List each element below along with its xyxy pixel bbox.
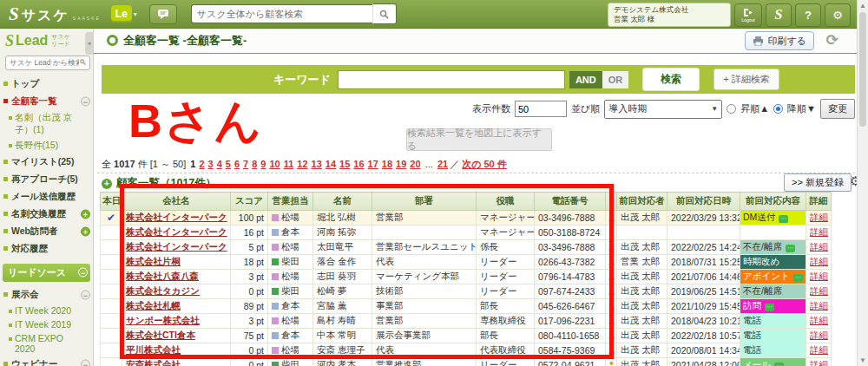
window-scrollbar[interactable]: ▲ ▼ (857, 0, 868, 366)
sidebar-item[interactable]: Web訪問者+ (0, 223, 93, 240)
page-link[interactable]: 6 (234, 159, 240, 169)
detail-link[interactable]: 詳細 (810, 285, 828, 296)
detail-link[interactable]: 詳細 (810, 212, 828, 222)
sidebar-item[interactable]: 名刺（出茂 京子）(1) (0, 110, 93, 138)
page-link[interactable]: 11 (284, 159, 294, 169)
sort-select[interactable]: 導入時期 ▼ (604, 100, 722, 119)
logout-button[interactable]: Logout (734, 3, 762, 27)
chat-button[interactable] (149, 4, 177, 24)
company-link[interactable]: サンポー株式会社 (126, 315, 200, 325)
descending-radio[interactable] (773, 104, 783, 114)
person-icon (608, 243, 615, 251)
next-page-link[interactable]: 次の 50 件 (462, 159, 507, 169)
sidebar-item[interactable]: IT Week 2020 (0, 304, 93, 317)
company-link[interactable]: 株式会社CTI倉本 (126, 330, 195, 340)
sidebar-item[interactable]: 名刺交換履歴+ (0, 206, 93, 223)
detail-link[interactable]: 詳細 (810, 315, 828, 325)
refresh-icon[interactable]: ⟳ (826, 31, 838, 49)
company-link[interactable]: 平川株式会社 (126, 344, 181, 355)
sidebar-item[interactable]: リードソース− (3, 264, 90, 282)
page-link[interactable]: 2 (199, 159, 204, 169)
advanced-search-button[interactable]: + 詳細検索 (713, 69, 779, 90)
company-link[interactable]: 株式会社八森八森 (126, 271, 199, 281)
page-size-input[interactable] (515, 101, 567, 117)
page-link[interactable]: 16 (353, 159, 364, 169)
sidebar-item[interactable]: 全顧客一覧− (0, 93, 93, 110)
sidebar-item[interactable]: CRM EXPO 2020 (0, 331, 93, 356)
rep-cell: 松場 (268, 240, 313, 255)
sidebar-item[interactable]: 対応履歴 (0, 240, 93, 258)
detail-link[interactable]: 詳細 (810, 344, 828, 355)
chevron-down-icon[interactable]: ▾ (134, 10, 137, 18)
company-link[interactable]: 株式会社インターパーク (126, 212, 227, 222)
keyword-input[interactable] (338, 70, 565, 89)
le-product-badge[interactable]: Le (111, 5, 132, 23)
settings-button[interactable]: ⚙ (825, 3, 851, 27)
company-link[interactable]: 株式会社札幌 (126, 300, 181, 310)
page-link[interactable]: 8 (252, 159, 257, 169)
page-link[interactable]: 3 (208, 159, 214, 169)
sidebar-item[interactable]: メール送信履歴 (0, 188, 93, 206)
sidebar-item[interactable]: トップ (0, 75, 93, 93)
rep-color-icon (272, 273, 279, 280)
page-link[interactable]: 17 (368, 159, 378, 169)
and-toggle[interactable]: AND (569, 71, 602, 88)
detail-link[interactable]: 詳細 (810, 300, 828, 310)
detail-link[interactable]: 詳細 (810, 359, 828, 366)
scroll-up-arrow-icon[interactable]: ▲ (858, 2, 868, 10)
or-toggle[interactable]: OR (602, 71, 629, 88)
detail-link[interactable]: 詳細 (810, 271, 828, 281)
company-link[interactable]: 安斎株式会社 (126, 359, 181, 366)
page-link[interactable]: 4 (217, 159, 222, 169)
sidebar-item[interactable]: マイリスト(25) (0, 154, 93, 171)
detail-link[interactable]: 詳細 (810, 241, 828, 252)
question-icon: ? (805, 9, 812, 22)
page-link[interactable]: 14 (326, 159, 336, 169)
app-logo-text: サスケ (22, 9, 69, 23)
company-link[interactable]: 株式会社インターパーク (126, 226, 227, 237)
new-record-button[interactable]: >> 新規登録 (784, 173, 852, 192)
detail-link[interactable]: 詳細 (810, 256, 828, 266)
pagination-separator: ／ (450, 159, 459, 169)
sasuke-home-button[interactable]: S (766, 3, 792, 27)
page-link[interactable]: 18 (382, 159, 392, 169)
minus-circle-icon[interactable]: − (81, 96, 90, 106)
scroll-down-arrow-icon[interactable]: ▼ (858, 356, 868, 364)
print-button[interactable]: 印刷する (745, 31, 814, 50)
sidebar-search-input[interactable] (5, 56, 90, 70)
page-link[interactable]: 19 (396, 159, 406, 169)
show-on-map-button[interactable]: 検索結果一覧を地図上に表示する (406, 128, 552, 151)
sidebar-item[interactable]: 展示会− (0, 286, 93, 304)
help-button[interactable]: ? (795, 3, 821, 27)
page-link[interactable]: 10 (269, 159, 279, 169)
detail-link[interactable]: 詳細 (810, 330, 828, 340)
sidebar-collapse-handle[interactable]: ◂ (85, 32, 93, 55)
sidebar-item[interactable]: IT Week 2019 (0, 317, 93, 331)
page-link[interactable]: 20 (410, 159, 420, 169)
sidebar-item[interactable]: 長野件(15) (0, 138, 93, 154)
last-page-link[interactable]: 21 (437, 159, 448, 169)
global-search-input[interactable] (191, 4, 372, 23)
page-link[interactable]: 15 (339, 159, 350, 169)
search-button[interactable] (372, 3, 397, 24)
apply-sort-button[interactable]: 変更 (820, 99, 855, 119)
page-link[interactable]: 5 (226, 159, 231, 169)
detail-link[interactable]: 詳細 (810, 226, 828, 237)
company-link[interactable]: 株式会社片桐 (126, 256, 181, 266)
plus-circle-icon[interactable]: + (81, 226, 90, 236)
page-link[interactable]: 13 (312, 159, 322, 169)
minus-circle-icon[interactable]: − (81, 359, 90, 366)
scrollbar-thumb[interactable] (859, 12, 866, 127)
minus-circle-icon[interactable]: − (81, 290, 90, 299)
sidebar-item[interactable]: ウェビナー− (0, 356, 93, 366)
sidebar-item[interactable]: 再アプローチ(5) (0, 171, 93, 188)
page-link[interactable]: 9 (260, 159, 266, 169)
company-link[interactable]: 株式会社インターパーク (126, 241, 227, 252)
company-link[interactable]: 株式会社タカジン (126, 285, 200, 296)
page-link[interactable]: 12 (297, 159, 307, 169)
page-link[interactable]: 7 (243, 159, 248, 169)
search-submit-button[interactable]: 検索 (642, 68, 700, 91)
minus-circle-icon[interactable]: − (78, 268, 88, 278)
ascending-radio[interactable] (727, 104, 736, 114)
plus-circle-icon[interactable]: + (81, 209, 90, 219)
